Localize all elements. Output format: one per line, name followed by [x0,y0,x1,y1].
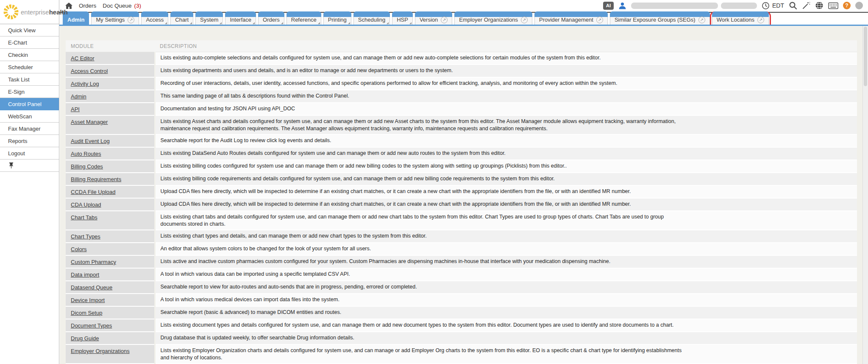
module-link[interactable]: Drug Guide [71,335,99,342]
sidebar-item[interactable]: Reports [0,135,59,147]
tab-label: HSP [397,17,408,23]
module-link[interactable]: Asset Manager [71,119,108,125]
table-row: Custom Pharmacy Lists active and inactiv… [66,255,857,268]
module-description: This same landing page of all tabs & des… [161,92,690,100]
module-link[interactable]: Document Types [71,322,112,329]
tab[interactable]: My Settings ↗ [91,14,139,25]
tab[interactable]: HSP [392,14,413,25]
module-description: Recording of user interactions, details,… [161,80,690,87]
help-icon[interactable]: ? [843,2,851,9]
sidebar-item[interactable]: WebScan [0,110,59,123]
tab[interactable]: Interface [225,14,256,25]
sidebar-item[interactable]: Logout [0,147,59,160]
breadcrumb-orders[interactable]: Orders [79,3,96,9]
tab[interactable]: Access [141,14,168,25]
module-link[interactable]: Chart Types [71,233,100,240]
sidebar: enterprisehealth Quick View E-Chart Chec… [0,0,59,364]
tab[interactable]: Version ↗ [415,14,452,25]
vertical-scrollbar[interactable] [862,26,868,364]
tab[interactable]: Scheduling [353,14,390,25]
module-description: Lists existing departments and users and… [161,67,690,74]
brand-name: enterprisehealth [21,8,68,16]
brand-logo[interactable]: enterprisehealth [0,0,59,24]
table-row: Document Types Lists existing document t… [66,319,857,332]
module-link[interactable]: Colors [71,246,87,252]
tab[interactable]: Reference [287,14,321,25]
globe-icon[interactable] [815,1,823,10]
module-link[interactable]: Dicom Setup [71,310,102,316]
tab-label: Similar Exposure Groups (SEGs) [615,17,696,23]
external-link-icon: ↗ [441,17,448,23]
module-link[interactable]: CCDA File Upload [71,189,116,195]
module-link[interactable]: Activity Log [71,81,99,87]
tab[interactable]: Chart [170,14,193,25]
sidebar-item-label: E-Chart [8,39,27,46]
scrollbar-thumb[interactable] [864,27,867,86]
module-link[interactable]: Billing Requirements [71,176,121,182]
module-link[interactable]: Admin [71,93,86,100]
home-icon[interactable] [65,3,72,9]
external-link-icon: ↗ [128,17,134,23]
tab-bar: Admin My Settings ↗ Access Chart [59,14,868,25]
sidebar-item[interactable]: E-Sign [0,86,59,98]
sidebar-item[interactable]: Control Panel [0,98,59,110]
brand-logo-icon [2,3,20,21]
module-link[interactable]: AC Editor [71,55,95,62]
module-description: Lists active and inactive custom pharmac… [161,258,690,265]
wand-icon[interactable] [802,1,810,10]
sidebar-pin-item[interactable] [0,160,59,172]
table-row: Employer Organizations Lists existing Em… [66,344,857,364]
user-icon[interactable] [618,2,626,10]
module-description: Lists existing DataSend Auto Routes deta… [161,150,690,157]
module-description: Lists existing auto-complete selections … [161,54,690,62]
module-link[interactable]: Datasend Queue [71,284,112,291]
tab-dropdown-caret-icon [220,22,222,24]
module-link[interactable]: Access Control [71,68,108,74]
tab[interactable]: Printing [323,14,351,25]
module-description: Lists existing billing code requirements… [161,175,690,182]
module-link[interactable]: CDA Upload [71,202,101,208]
module-column-header: MODULE [66,40,155,52]
sidebar-item-label: Fax Manager [8,126,41,132]
timezone-label: EDT [772,2,784,9]
module-description: Lists existing billing codes configured … [161,162,690,170]
tab[interactable]: Orders [258,14,284,25]
breadcrumb-doc-queue[interactable]: Doc Queue [103,3,131,9]
keyboard-icon[interactable] [828,2,838,9]
external-link-icon: ↗ [521,17,528,23]
module-link[interactable]: Data import [71,272,99,278]
tab[interactable]: System [195,14,223,25]
module-link[interactable]: Auto Routes [71,151,101,157]
sidebar-item-label: Control Panel [8,101,42,107]
sidebar-item[interactable]: Scheduler [0,61,59,73]
module-description: Upload CDA files here directly, which wi… [161,201,690,208]
module-link[interactable]: Audit Event Log [71,138,110,144]
table-row: Asset Manager Lists existing Asset chart… [66,115,857,134]
module-link[interactable]: Custom Pharmacy [71,259,116,265]
external-link-icon: ↗ [596,17,603,23]
sidebar-item[interactable]: Fax Manager [0,123,59,135]
sidebar-item-label: Task List [8,76,30,83]
module-link[interactable]: Device Import [71,297,105,303]
sidebar-item[interactable]: Quick View [0,24,59,36]
tab[interactable]: Employer Organizations ↗ [454,14,532,25]
sidebar-item[interactable]: Checkin [0,49,59,61]
module-link[interactable]: Billing Codes [71,163,103,170]
tab-dropdown-caret-icon [165,22,167,24]
module-link[interactable]: Employer Organizations [71,348,130,354]
sidebar-item[interactable]: Task List [0,73,59,86]
tab[interactable]: Similar Exposure Groups (SEGs) ↗ [610,14,710,25]
search-icon[interactable] [789,1,797,10]
module-description: A tool in which various medical devices … [161,296,690,303]
sidebar-item[interactable]: E-Chart [0,36,59,49]
ai-badge[interactable]: AI [603,2,614,10]
module-link[interactable]: Chart Tabs [71,214,97,221]
module-link[interactable]: API [71,106,80,112]
table-row: Auto Routes Lists existing DataSend Auto… [66,147,857,160]
sidebar-item-label: Logout [8,150,25,157]
tab-dropdown-caret-icon [348,22,350,24]
tab-label: Interface [230,17,251,23]
table-row: Audit Event Log Searchable report for th… [66,134,857,147]
tab[interactable]: Work Locations ↗ [712,14,769,25]
tab[interactable]: Provider Management ↗ [534,14,608,25]
